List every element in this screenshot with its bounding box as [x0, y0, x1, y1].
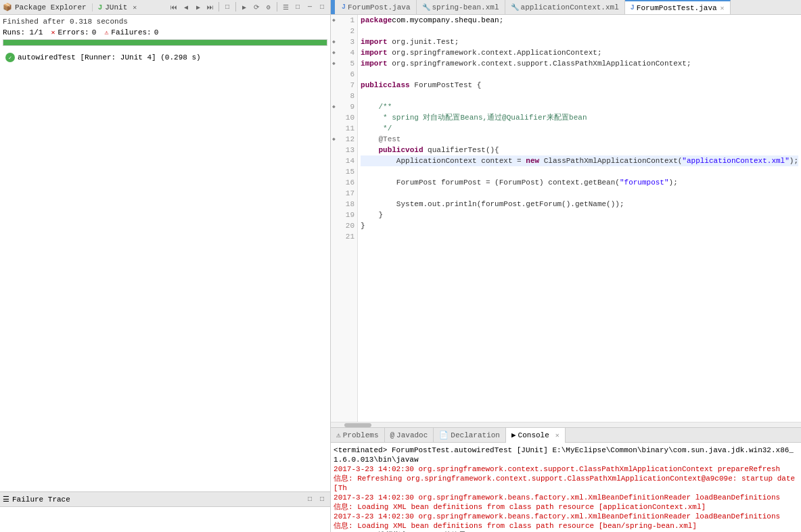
toolbar-btn-8[interactable]: ⚙	[263, 2, 274, 13]
main-container: 📦 Package Explorer J JUnit ✕ ⏮ ◀ ▶ ⏭ □ ▶	[0, 0, 801, 532]
tab-icon-appcontext: 🔧	[511, 3, 519, 11]
toolbar-btn-9[interactable]: ☰	[280, 2, 291, 13]
line-num-8: 8	[331, 91, 357, 101]
code-line-17	[361, 188, 798, 199]
code-line-7: public class ForumPostTest {	[361, 80, 798, 91]
tab-icon-spring-bean: 🔧	[422, 3, 430, 11]
line-num-9: 9	[331, 101, 357, 112]
line-num-2: 2	[331, 26, 357, 37]
trace-toolbar-2[interactable]: □	[317, 494, 327, 505]
failure-trace-icon: ☰	[3, 495, 9, 504]
junit-label: JUnit	[105, 3, 127, 11]
package-explorer-icon: 📦	[3, 3, 12, 11]
console-line-7: 信息: Loading XML bean definitions from cl…	[334, 521, 798, 531]
toolbar-btn-10[interactable]: □	[292, 2, 303, 13]
test-item-label: autowiredTest [Runner: JUnit 4] (0.298 s…	[18, 53, 201, 62]
line-num-12: 12	[331, 134, 357, 145]
tab-forumposttest-java[interactable]: J ForumPostTest.java ✕	[625, 0, 731, 15]
failures-value: 0	[154, 28, 159, 37]
line-num-15: 15	[331, 166, 357, 177]
line-num-3: 3	[331, 37, 357, 47]
tab-console[interactable]: ▶ Console ✕	[506, 428, 566, 443]
tab-javadoc[interactable]: @ Javadoc	[385, 428, 434, 443]
toolbar-btn-7[interactable]: ⟳	[251, 2, 262, 13]
failure-trace-header: ☰ Failure Trace □ □	[0, 492, 330, 507]
line-numbers: 1 2 3 4 5 6 7 8 9 10 11 12 13 14 15 16 1	[331, 15, 358, 422]
error-count: ✕ Errors: 0	[51, 28, 96, 37]
failure-trace-body	[0, 507, 330, 512]
code-line-5: import org.springframework.context.suppo…	[361, 58, 798, 69]
package-explorer-label: Package Explorer	[15, 3, 87, 11]
code-editor[interactable]: package com.mycompany.shequ.bean; import…	[358, 15, 801, 422]
console-line-1: <terminated> ForumPostTest.autowiredTest…	[334, 445, 798, 464]
tab-problems[interactable]: ⚠ Problems	[331, 428, 384, 443]
code-line-9: /**	[361, 101, 798, 112]
panel-toolbar: ⏮ ◀ ▶ ⏭ □ ▶ ⟳ ⚙ ☰ □ ─ □	[168, 2, 327, 13]
panel-title-package[interactable]: 📦 Package Explorer	[3, 3, 87, 11]
junit-status: Finished after 0.318 seconds	[3, 18, 327, 26]
errors-value: 0	[92, 28, 97, 37]
tab-forumpost-java[interactable]: J ForumPost.java	[336, 0, 416, 15]
code-line-2	[361, 26, 798, 37]
line-num-13: 13	[331, 145, 357, 155]
line-num-4: 4	[331, 47, 357, 58]
toolbar-sep-2	[235, 2, 236, 11]
test-pass-icon	[5, 53, 15, 62]
panel-header: 📦 Package Explorer J JUnit ✕ ⏮ ◀ ▶ ⏭ □ ▶	[0, 0, 330, 15]
tab-appcontext-xml[interactable]: 🔧 applicationContext.xml	[505, 0, 625, 15]
code-line-16: ForumPost forumPost = (ForumPost) contex…	[361, 177, 798, 188]
code-line-21	[361, 231, 798, 242]
junit-content: Finished after 0.318 seconds Runs: 1/1 ✕…	[0, 15, 330, 491]
tab-label-forumpost: ForumPost.java	[348, 3, 410, 11]
junit-tab[interactable]: J JUnit ✕	[92, 3, 137, 11]
line-num-6: 6	[331, 69, 357, 80]
junit-stats: Runs: 1/1 ✕ Errors: 0 ⚠ Failures: 0	[3, 28, 327, 37]
editor-tab-bar: J ForumPost.java 🔧 spring-bean.xml 🔧 app…	[331, 0, 801, 15]
tab-declaration[interactable]: 📄 Declaration	[434, 428, 506, 443]
code-line-13: public void qualifierTest(){	[361, 145, 798, 155]
maximize-btn[interactable]: □	[317, 2, 327, 13]
tab-close-forumposttest[interactable]: ✕	[720, 4, 725, 12]
declaration-icon: 📄	[439, 431, 449, 439]
line-num-14: 14	[331, 155, 357, 166]
code-line-11: */	[361, 123, 798, 134]
javadoc-icon: @	[390, 431, 395, 439]
code-line-6	[361, 69, 798, 80]
toolbar-btn-4[interactable]: ⏭	[205, 2, 216, 13]
tab-icon-forumpost: J	[342, 3, 346, 11]
test-item[interactable]: autowiredTest [Runner: JUnit 4] (0.298 s…	[3, 51, 327, 64]
toolbar-sep-1	[219, 2, 219, 11]
minimize-btn[interactable]: ─	[304, 2, 315, 13]
failures-label: Failures:	[111, 28, 151, 37]
code-line-18: System.out.println(forumPost.getForum().…	[361, 199, 798, 210]
console-icon: ▶	[511, 431, 516, 439]
line-num-17: 17	[331, 188, 357, 199]
toolbar-sep-3	[277, 2, 277, 11]
tab-spring-bean-xml[interactable]: 🔧 spring-bean.xml	[417, 0, 505, 15]
right-panel: J ForumPost.java 🔧 spring-bean.xml 🔧 app…	[331, 0, 801, 532]
console-close-icon[interactable]: ✕	[555, 431, 559, 439]
line-num-19: 19	[331, 210, 357, 220]
left-panel: 📦 Package Explorer J JUnit ✕ ⏮ ◀ ▶ ⏭ □ ▶	[0, 0, 331, 532]
horizontal-scrollbar[interactable]	[331, 422, 801, 427]
toolbar-btn-3[interactable]: ▶	[193, 2, 204, 13]
console-line-5: 信息: Loading XML bean definitions from cl…	[334, 502, 798, 512]
code-line-3: import org.junit.Test;	[361, 37, 798, 47]
code-line-8	[361, 91, 798, 101]
junit-close-icon[interactable]: ✕	[133, 3, 137, 11]
line-num-7: 7	[331, 80, 357, 91]
tab-label-spring-bean: spring-bean.xml	[432, 3, 499, 11]
toolbar-btn-6[interactable]: ▶	[239, 2, 250, 13]
code-line-12: @Test	[361, 134, 798, 145]
editor-area: 1 2 3 4 5 6 7 8 9 10 11 12 13 14 15 16 1	[331, 15, 801, 422]
trace-toolbar-1[interactable]: □	[304, 494, 315, 505]
code-line-14: ApplicationContext context = new ClassPa…	[361, 155, 798, 166]
toolbar-btn-1[interactable]: ⏮	[168, 2, 179, 13]
line-num-20: 20	[331, 220, 357, 231]
code-line-1: package com.mycompany.shequ.bean;	[361, 15, 798, 26]
failure-trace: ☰ Failure Trace □ □	[0, 491, 330, 532]
scroll-thumb[interactable]	[344, 423, 371, 427]
code-line-4: import org.springframework.context.Appli…	[361, 47, 798, 58]
toolbar-btn-5[interactable]: □	[222, 2, 233, 13]
toolbar-btn-2[interactable]: ◀	[181, 2, 191, 13]
